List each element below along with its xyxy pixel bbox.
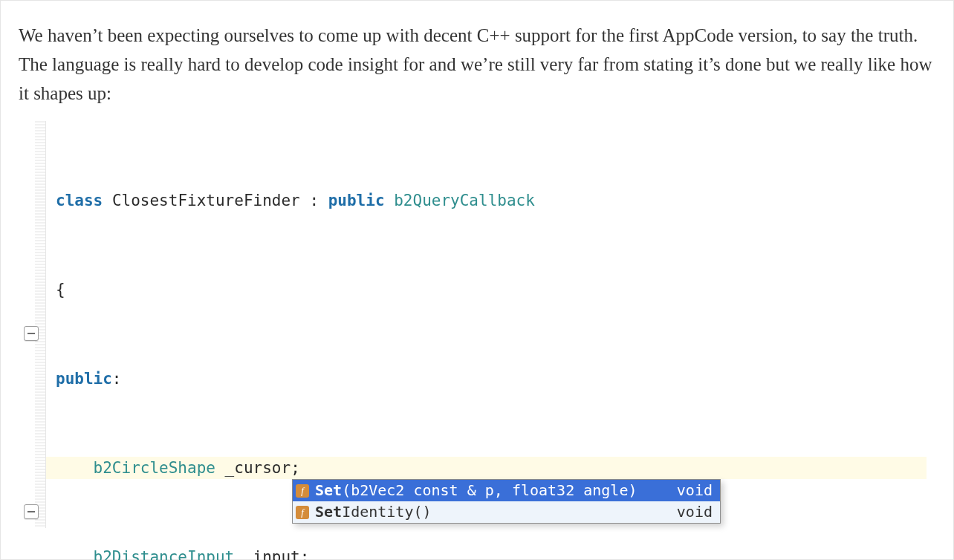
document-page: We haven’t been expecting ourselves to c… bbox=[0, 0, 954, 560]
svg-rect-1 bbox=[27, 511, 35, 512]
fold-toggle-icon[interactable] bbox=[24, 326, 39, 341]
code-line: b2CircleShape _cursor; bbox=[56, 457, 927, 479]
intro-paragraph: We haven’t been expecting ourselves to c… bbox=[19, 22, 935, 108]
svg-rect-0 bbox=[27, 333, 35, 334]
code-editor: class ClosestFixtureFinder : public b2Qu… bbox=[19, 121, 927, 528]
completion-item[interactable]: f SetIdentity() void bbox=[293, 501, 720, 523]
completion-return-type: void bbox=[677, 480, 713, 501]
gutter-fold-strip bbox=[35, 121, 45, 528]
completion-item[interactable]: f Set(b2Vec2 const & p, float32 angle) v… bbox=[293, 480, 720, 501]
code-line: b2DistanceInput _input; bbox=[56, 546, 927, 560]
editor-gutter bbox=[19, 121, 46, 528]
completion-label: Set(b2Vec2 const & p, float32 angle) bbox=[315, 480, 637, 501]
completion-return-type: void bbox=[677, 501, 713, 523]
code-line: { bbox=[56, 279, 927, 301]
code-line: public: bbox=[56, 368, 927, 390]
fold-toggle-icon[interactable] bbox=[24, 504, 39, 519]
function-icon: f bbox=[296, 506, 309, 519]
function-icon: f bbox=[296, 484, 309, 498]
completion-label: SetIdentity() bbox=[315, 501, 432, 523]
code-line: class ClosestFixtureFinder : public b2Qu… bbox=[56, 189, 927, 212]
completion-popup[interactable]: f Set(b2Vec2 const & p, float32 angle) v… bbox=[292, 479, 721, 524]
